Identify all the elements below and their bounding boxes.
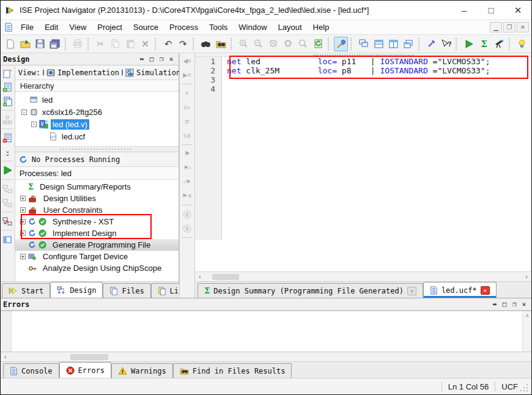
prev-bookmark-icon[interactable]: ‹⚑ xyxy=(181,176,193,188)
navigate-back-icon[interactable] xyxy=(181,209,193,220)
process-item-synthesize-xst[interactable]: +Synthesize - XST xyxy=(15,216,179,227)
process-item-analyze-design-using-chipscope[interactable]: Analyze Design Using ChipScope xyxy=(15,262,179,274)
tab-close-icon[interactable]: ✕ xyxy=(407,287,416,295)
tab-files[interactable]: Files xyxy=(103,283,150,298)
menu-project[interactable]: Project xyxy=(92,21,127,33)
process-item-generate-programming-file[interactable]: Generate Programming File xyxy=(15,239,179,251)
process-item-label[interactable]: Configure Target Device xyxy=(43,252,128,261)
bottom-tab-warnings[interactable]: Warnings xyxy=(111,363,173,378)
maximize-button[interactable]: □ xyxy=(478,1,504,20)
process-item-label[interactable]: Design Summary/Reports xyxy=(40,182,131,191)
menu-help[interactable]: Help xyxy=(308,21,335,33)
mdi-close-button[interactable]: ✕ xyxy=(517,22,529,32)
panel-float-icon[interactable]: ↔ xyxy=(137,55,147,64)
implementation-radio[interactable] xyxy=(43,69,44,76)
panel-restore-icon[interactable]: ❐ xyxy=(509,300,519,309)
expand-toggle-icon[interactable]: + xyxy=(20,196,26,201)
panel-restore-icon[interactable]: ❐ xyxy=(157,55,166,64)
tab-start[interactable]: Start xyxy=(2,283,50,298)
hierarchy-item-label[interactable]: xc6slx16-2ftg256 xyxy=(40,107,104,117)
settings-wrench-icon[interactable] xyxy=(424,37,438,51)
delete-icon[interactable]: ✕ xyxy=(138,37,152,51)
lightbulb-tips-icon[interactable] xyxy=(514,37,528,51)
zoom-in-icon[interactable] xyxy=(237,37,251,51)
implementation-label[interactable]: Implementation xyxy=(57,68,119,77)
tile-vertical-icon[interactable] xyxy=(386,37,401,51)
rerun-all-icon[interactable] xyxy=(1,215,13,227)
scroll-thumb[interactable] xyxy=(70,354,108,360)
find-in-files-icon[interactable] xyxy=(213,37,227,51)
editor-drag-handle[interactable] xyxy=(195,53,531,57)
editor-horizontal-scrollbar[interactable]: ‹ › xyxy=(195,271,531,281)
hierarchy-item-label[interactable]: led xyxy=(40,95,54,105)
code-line[interactable]: 1net led loc= p11 | IOSTANDARD ="LVCMOS3… xyxy=(195,57,531,66)
menu-file[interactable]: File xyxy=(15,21,39,33)
tab-close-icon[interactable]: ✕ xyxy=(481,286,490,295)
process-item-design-utilities[interactable]: +Design Utilities xyxy=(15,193,179,204)
hierarchy-item-led-led-v[interactable]: -Vled (led.v) xyxy=(15,118,179,130)
process-item-design-summary-reports[interactable]: ΣDesign Summary/Reports xyxy=(15,181,179,193)
hierarchy-item-led[interactable]: led xyxy=(15,94,179,106)
next-bookmark-icon[interactable]: ⚑› xyxy=(181,162,193,174)
process-item-user-constraints[interactable]: +User Constraints xyxy=(15,204,179,216)
process-item-label[interactable]: Implement Design xyxy=(53,229,117,238)
scroll-right-icon[interactable]: › xyxy=(522,273,531,281)
run-icon[interactable] xyxy=(462,37,476,51)
scroll-left-icon[interactable]: ‹ xyxy=(1,353,10,361)
code-line[interactable]: 3 xyxy=(195,75,531,84)
process-item-implement-design[interactable]: +Implement Design xyxy=(15,227,179,239)
tab-design[interactable]: Design xyxy=(50,282,103,298)
scroll-thumb[interactable] xyxy=(212,274,239,280)
stop-process-icon[interactable] xyxy=(1,197,13,209)
panel-splitter-handle[interactable] xyxy=(15,147,179,152)
mdi-minimize-button[interactable]: ▁ xyxy=(490,22,502,32)
panel-layout-icon[interactable] xyxy=(1,234,13,245)
panel-maximize-icon[interactable]: □ xyxy=(500,300,509,309)
simulation-label[interactable]: Simulation xyxy=(136,68,180,77)
cut-icon[interactable]: ✂ xyxy=(94,37,108,51)
collapse-all-icon[interactable]: ⌄⌄ xyxy=(1,146,13,158)
menu-edit[interactable]: Edit xyxy=(39,21,64,33)
menu-window[interactable]: Window xyxy=(233,21,272,33)
bottom-tab-find-in-files-results[interactable]: Find in Files Results xyxy=(173,363,292,378)
save-icon[interactable] xyxy=(33,37,47,51)
errors-content[interactable]: ∧ xyxy=(1,311,531,352)
print-icon[interactable] xyxy=(70,37,84,51)
process-item-label[interactable]: Generate Programming File xyxy=(53,240,150,249)
mdi-restore-button[interactable]: ❐ xyxy=(503,22,515,32)
undo-icon[interactable]: ↶ xyxy=(161,37,175,51)
hierarchy-item-led-ucf[interactable]: UCFled.ucf xyxy=(15,130,179,142)
new-file-icon[interactable] xyxy=(3,37,17,51)
layer-windows-icon[interactable] xyxy=(401,37,415,51)
zoom-selection-icon[interactable] xyxy=(296,37,310,51)
next-view-icon[interactable]: ▶≡ xyxy=(181,69,193,81)
code-editor[interactable]: 1net led loc= p11 | IOSTANDARD ="LVCMOS3… xyxy=(195,57,531,271)
navigate-forward-icon[interactable] xyxy=(181,223,193,234)
process-item-configure-target-device[interactable]: +Configure Target Device xyxy=(15,251,179,262)
panel-close-icon[interactable]: ✕ xyxy=(166,55,176,64)
errors-horizontal-scrollbar[interactable]: ‹ xyxy=(1,352,531,361)
expand-toggle-icon[interactable]: - xyxy=(21,109,27,115)
process-item-label[interactable]: Design Utilities xyxy=(43,194,96,203)
design-summary-icon[interactable]: Σ xyxy=(477,37,491,51)
save-all-icon[interactable] xyxy=(48,37,62,51)
paste-icon[interactable] xyxy=(124,37,138,51)
close-button[interactable]: ✕ xyxy=(504,1,531,20)
find-icon[interactable] xyxy=(199,37,213,51)
process-item-label[interactable]: User Constraints xyxy=(43,205,103,215)
run-process-icon[interactable] xyxy=(1,164,13,176)
zoom-box-icon[interactable] xyxy=(281,37,295,51)
scroll-left-icon[interactable]: ‹ xyxy=(195,273,205,281)
open-file-icon[interactable] xyxy=(18,37,32,51)
process-item-label[interactable]: Analyze Design Using ChipScope xyxy=(43,264,161,273)
goto-line-icon[interactable]: 5≡ xyxy=(181,102,193,113)
add-copy-of-source-icon[interactable] xyxy=(1,95,13,107)
outdent-lines-icon[interactable]: 5≣ xyxy=(181,130,193,141)
editor-tab-led-ucf[interactable]: led.ucf*✕ xyxy=(423,282,497,298)
zoom-full-view-icon[interactable] xyxy=(266,37,280,51)
menu-layout[interactable]: Layout xyxy=(273,21,308,33)
bottom-tab-errors[interactable]: Errors xyxy=(59,362,111,378)
bottom-tab-console[interactable]: Console xyxy=(3,363,59,378)
editor-tab-design-summary-programming-file-generated[interactable]: ΣDesign Summary (Programming File Genera… xyxy=(198,283,423,298)
expand-toggle-icon[interactable]: + xyxy=(20,207,26,213)
